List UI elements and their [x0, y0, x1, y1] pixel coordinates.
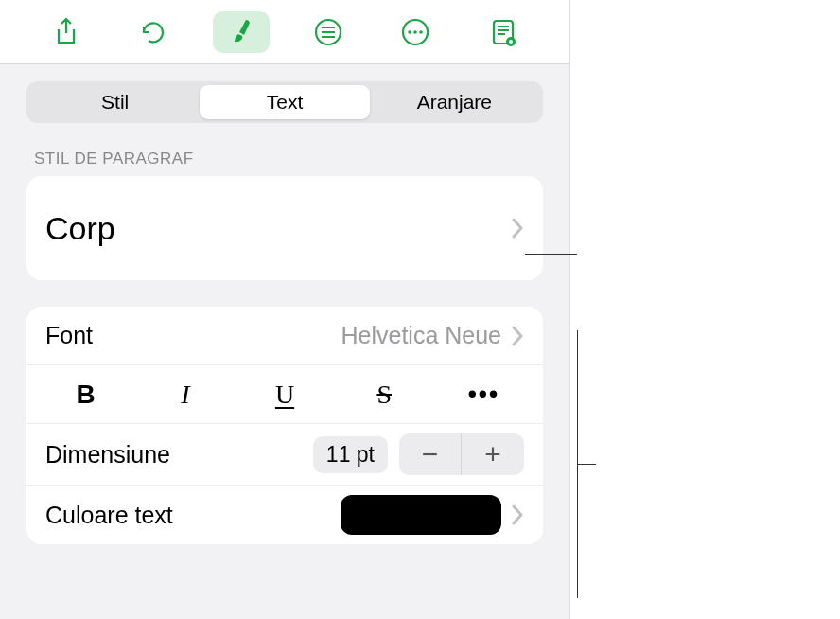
callout-line [577, 464, 596, 465]
strikethrough-button[interactable]: S [335, 372, 434, 417]
more-button[interactable] [387, 11, 444, 53]
paragraph-style-row[interactable]: Corp [26, 176, 543, 280]
brush-icon [225, 16, 257, 48]
text-color-label: Culoare text [45, 502, 173, 529]
toolbar [0, 0, 569, 64]
insert-button[interactable] [300, 11, 357, 53]
list-icon [312, 16, 344, 48]
format-panel: Stil Text Aranjare STIL DE PARAGRAF Corp… [0, 0, 570, 619]
format-tabs: Stil Text Aranjare [26, 81, 543, 123]
text-style-row: B I U S ••• [26, 365, 543, 424]
text-color-swatch[interactable] [341, 495, 501, 535]
reader-button[interactable] [475, 11, 532, 53]
undo-icon [137, 16, 169, 48]
paragraph-style-section-label: STIL DE PARAGRAF [34, 150, 535, 168]
callout-line [525, 254, 577, 255]
chevron-right-icon [511, 326, 524, 346]
italic-button[interactable]: I [135, 372, 235, 417]
text-format-card: Font Helvetica Neue B I U S ••• Dimensiu… [26, 307, 543, 544]
paragraph-style-card: Corp [26, 176, 543, 280]
more-formatting-button[interactable]: ••• [434, 372, 534, 417]
svg-point-3 [414, 30, 418, 34]
paragraph-style-value: Corp [45, 210, 115, 247]
share-icon [50, 16, 82, 48]
font-value: Helvetica Neue [341, 322, 501, 349]
more-icon [399, 16, 431, 48]
share-button[interactable] [38, 11, 95, 53]
undo-button[interactable] [125, 11, 182, 53]
tab-text[interactable]: Text [200, 85, 369, 119]
bold-button[interactable]: B [36, 372, 135, 417]
font-row[interactable]: Font Helvetica Neue [26, 307, 543, 365]
format-button[interactable] [213, 11, 270, 53]
size-decrease-button[interactable]: − [399, 433, 462, 475]
chevron-right-icon [511, 218, 524, 239]
tab-arrange[interactable]: Aranjare [370, 85, 539, 119]
svg-point-4 [420, 30, 424, 34]
reader-icon [487, 16, 519, 48]
size-label: Dimensiune [45, 441, 170, 469]
size-row: Dimensiune 11 pt − + [26, 424, 543, 486]
chevron-right-icon [511, 504, 524, 525]
text-color-row[interactable]: Culoare text [26, 486, 543, 544]
size-stepper: − + [399, 433, 524, 475]
underline-button[interactable]: U [235, 372, 334, 417]
tab-style[interactable]: Stil [30, 85, 200, 119]
svg-point-7 [509, 40, 513, 44]
size-value[interactable]: 11 pt [313, 436, 388, 473]
font-label: Font [45, 322, 93, 349]
size-increase-button[interactable]: + [462, 433, 524, 475]
svg-point-2 [409, 30, 412, 34]
